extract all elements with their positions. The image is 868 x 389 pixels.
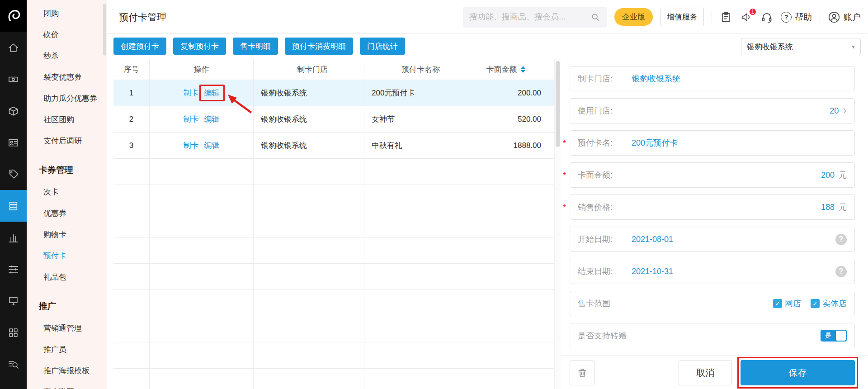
store-select-value: 银豹收银系统 <box>747 42 793 52</box>
save-annotation-box: 保存 <box>737 357 858 389</box>
column-header-2[interactable]: 制卡门店 <box>254 59 364 80</box>
app-logo[interactable] <box>0 0 27 32</box>
rail-item-home[interactable] <box>0 32 27 63</box>
sidebar-item-5[interactable]: 社区团购 <box>27 109 107 130</box>
column-header-1[interactable]: 操作 <box>150 59 254 80</box>
toggle-knob <box>836 331 846 341</box>
cancel-button[interactable]: 取消 <box>679 360 732 385</box>
help-circle-icon[interactable]: ? <box>835 266 847 277</box>
save-button[interactable]: 保存 <box>741 360 855 385</box>
delete-button[interactable] <box>570 360 595 385</box>
field-box-8[interactable]: 是否支持转赠是 <box>570 323 855 348</box>
rail-item-chart[interactable] <box>0 222 27 253</box>
enterprise-badge[interactable]: 企业版 <box>614 8 653 26</box>
table-header-row: 序号操作制卡门店预付卡名称卡面金额 <box>113 59 554 80</box>
rail-item-finance[interactable] <box>0 63 27 95</box>
help-button[interactable]: ? 帮助 <box>781 11 812 23</box>
form-field-1: 使用门店:20› <box>570 98 855 123</box>
sidebar-item-16[interactable]: 推广海报模板 <box>27 360 107 381</box>
page-title: 预付卡管理 <box>119 11 166 24</box>
rail-item-cards[interactable] <box>0 190 27 222</box>
sidebar-item-2[interactable]: 秒杀 <box>27 45 107 66</box>
sidebar-item-9[interactable]: 优惠券 <box>27 203 107 224</box>
field-box-2[interactable]: 预付卡名:200元预付卡 <box>570 130 855 156</box>
op-make-card-link[interactable]: 制卡 <box>184 114 199 124</box>
home-icon <box>7 42 19 54</box>
table-empty-row <box>113 185 554 211</box>
notification-badge: 1 <box>749 8 757 16</box>
table-body: 1制卡编辑银豹收银系统200元预付卡200.002制卡编辑银豹收银系统女神节52… <box>113 80 554 389</box>
sort-icon[interactable] <box>521 66 525 73</box>
field-box-1[interactable]: 使用门店:20› <box>570 98 855 123</box>
form-field-3: *卡面金额:200元 <box>570 162 855 188</box>
announcement-icon[interactable]: 1 <box>740 11 753 24</box>
column-header-0[interactable]: 序号 <box>113 59 150 80</box>
field-box-5[interactable]: 开始日期:2021-08-01? <box>570 227 855 252</box>
vertical-scrollbar-thumb[interactable] <box>556 61 560 147</box>
help-circle-icon[interactable]: ? <box>835 234 847 245</box>
rail-item-search-list[interactable] <box>0 348 27 380</box>
rail-item-coupon[interactable] <box>0 158 27 190</box>
sidebar-item-14[interactable]: 营销通管理 <box>27 318 107 339</box>
rail-item-member-card[interactable] <box>0 127 27 158</box>
field-box-4[interactable]: 销售价格:188元 <box>570 194 855 220</box>
value-added-services-button[interactable]: 增值服务 <box>660 8 704 26</box>
store-select[interactable]: 银豹收银系统 ▾ <box>741 38 861 55</box>
unit-label: 元 <box>839 202 847 213</box>
sidebar-item-1[interactable]: 砍价 <box>27 24 107 45</box>
sidebar-item-3[interactable]: 裂变优惠券 <box>27 66 107 88</box>
sidebar-menu: 团购砍价秒杀裂变优惠券助力瓜分优惠券社区团购支付后调研卡券管理次卡优惠券购物卡预… <box>27 3 107 389</box>
table-row-1[interactable]: 1制卡编辑银豹收银系统200元预付卡200.00 <box>113 80 554 106</box>
column-header-3[interactable]: 预付卡名称 <box>364 59 470 80</box>
toolbar-button-2[interactable]: 售卡明细 <box>233 38 278 55</box>
top-header: 预付卡管理 企业版 增值服务 1 ? 帮助 账户 <box>107 0 868 34</box>
checkbox-checked-icon: ✓ <box>811 299 820 308</box>
op-edit-link[interactable]: 编辑 <box>204 140 220 151</box>
field-box-3[interactable]: 卡面金额:200元 <box>570 162 855 188</box>
column-header-4[interactable]: 卡面金额 <box>470 59 554 80</box>
op-make-card-link[interactable]: 制卡 <box>184 88 199 98</box>
rail-item-apps[interactable] <box>0 317 27 348</box>
table-row-3[interactable]: 3制卡编辑银豹收银系统中秋有礼1888.00 <box>113 133 554 159</box>
sidebar-section-7: 卡券管理 <box>27 159 107 181</box>
toggle-switch[interactable]: 是 <box>821 330 847 342</box>
field-box-0[interactable]: 制卡门店:银豹收银系统 <box>570 66 855 91</box>
sidebar-item-12[interactable]: 礼品包 <box>27 266 107 288</box>
op-make-card-link[interactable]: 制卡 <box>184 140 199 151</box>
search-icon[interactable] <box>590 12 600 22</box>
headset-support-icon[interactable] <box>760 11 773 24</box>
column-label: 序号 <box>124 64 139 75</box>
form-field-4: *销售价格:188元 <box>570 194 855 220</box>
finance-icon <box>7 73 19 85</box>
cell-card-name: 中秋有礼 <box>364 133 470 159</box>
sidebar-item-15[interactable]: 推广员 <box>27 339 107 360</box>
table-row-2[interactable]: 2制卡编辑银豹收银系统女神节520.00 <box>113 106 554 133</box>
rail-item-sliders[interactable] <box>0 253 27 285</box>
sidebar-scrollbar-thumb[interactable] <box>103 4 106 56</box>
rail-item-package[interactable] <box>0 95 27 127</box>
toolbar-button-3[interactable]: 预付卡消费明细 <box>285 38 353 55</box>
toolbar-button-1[interactable]: 复制预付卡 <box>173 38 226 55</box>
account-button[interactable]: 账户 <box>828 11 861 24</box>
op-edit-link[interactable]: 编辑 <box>204 114 220 124</box>
sidebar-item-11-active[interactable]: 预付卡 <box>27 245 107 266</box>
sidebar-item-0[interactable]: 团购 <box>27 3 107 24</box>
sidebar-item-6[interactable]: 支付后调研 <box>27 130 107 152</box>
sidebar-item-17[interactable]: 商户联盟 <box>27 381 107 389</box>
checkbox-option-0[interactable]: ✓网店 <box>773 298 801 309</box>
rail-item-terminal[interactable] <box>0 285 27 317</box>
clipboard-icon[interactable] <box>720 11 732 24</box>
sidebar-item-4[interactable]: 助力瓜分优惠券 <box>27 88 107 109</box>
field-box-7[interactable]: 售卡范围✓网店✓实体店 <box>570 291 855 316</box>
sidebar-item-8[interactable]: 次卡 <box>27 181 107 203</box>
cell-store: 银豹收银系统 <box>254 80 364 106</box>
checkbox-option-1[interactable]: ✓实体店 <box>811 298 847 309</box>
op-edit-link-highlighted[interactable]: 编辑 <box>204 88 220 98</box>
search-input[interactable] <box>469 12 590 22</box>
toolbar-button-4[interactable]: 门店统计 <box>360 38 405 55</box>
field-box-6[interactable]: 结束日期:2021-10-31? <box>570 259 855 284</box>
sidebar-item-10[interactable]: 购物卡 <box>27 224 107 245</box>
global-search <box>463 7 607 28</box>
toolbar-button-0[interactable]: 创建预付卡 <box>113 38 166 55</box>
vertical-scrollbar[interactable] <box>554 59 561 389</box>
